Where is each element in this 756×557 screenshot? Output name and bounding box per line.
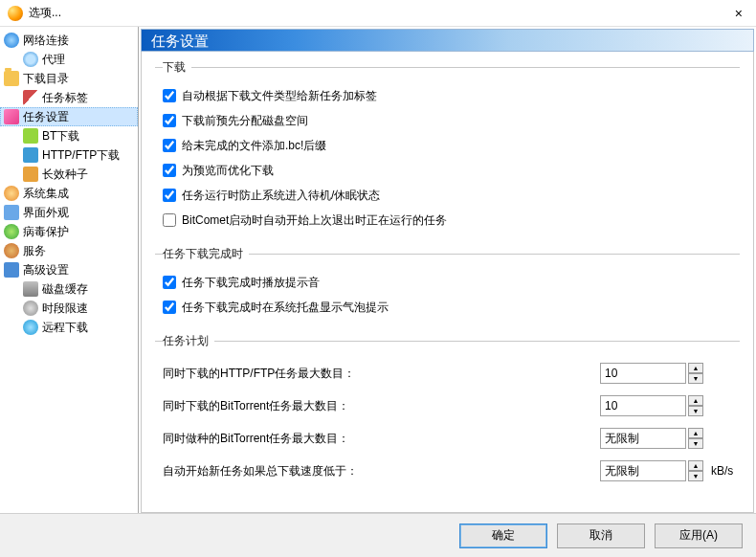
checkbox-sound[interactable] bbox=[163, 276, 176, 289]
check-preview[interactable]: 为预览而优化下载 bbox=[163, 158, 740, 183]
seed-icon bbox=[23, 167, 38, 182]
check-prealloc[interactable]: 下载前预先分配磁盘空间 bbox=[163, 108, 740, 133]
spin-up-max_seed[interactable]: ▲ bbox=[688, 428, 703, 438]
check-nosleep[interactable]: 任务运行时防止系统进入待机/休眠状态 bbox=[163, 183, 740, 208]
task-icon bbox=[4, 109, 19, 124]
sidebar-item-tag[interactable]: 任务标签 bbox=[0, 88, 138, 107]
checkbox-preview[interactable] bbox=[163, 164, 176, 177]
dldir-icon bbox=[4, 71, 19, 86]
panel-title: 任务设置 bbox=[141, 29, 754, 52]
bt-icon bbox=[23, 128, 38, 144]
spin-down-max_seed[interactable]: ▼ bbox=[688, 438, 703, 449]
check-bubble[interactable]: 任务下载完成时在系统托盘显示气泡提示 bbox=[163, 295, 740, 320]
dialog-footer: 确定 取消 应用(A) bbox=[0, 513, 756, 557]
check-label: 下载前预先分配磁盘空间 bbox=[182, 113, 308, 129]
group-schedule: 任务计划 同时下载的HTTP/FTP任务最大数目：▲▼同时下载的BitTorre… bbox=[155, 333, 740, 491]
apply-button[interactable]: 应用(A) bbox=[655, 524, 743, 548]
sidebar-item-label: 系统集成 bbox=[23, 186, 69, 202]
sidebar-item-task[interactable]: 任务设置 bbox=[0, 107, 138, 126]
group-complete: 任务下载完成时 任务下载完成时播放提示音任务下载完成时在系统托盘显示气泡提示 bbox=[155, 246, 740, 323]
sidebar-item-label: 服务 bbox=[23, 243, 46, 259]
sidebar-item-seed[interactable]: 长效种子 bbox=[0, 165, 138, 184]
field-label: 同时下载的BitTorrent任务最大数目： bbox=[163, 398, 600, 414]
group-download: 下载 自动根据下载文件类型给新任务加标签下载前预先分配磁盘空间给未完成的文件添加… bbox=[155, 59, 740, 236]
check-bcsuffix[interactable]: 给未完成的文件添加.bc!后缀 bbox=[163, 133, 740, 158]
cache-icon bbox=[23, 281, 38, 297]
sidebar-item-label: 代理 bbox=[42, 52, 65, 68]
sidebar-item-label: 界面外观 bbox=[23, 205, 69, 221]
check-label: BitComet启动时自动开始上次退出时正在运行的任务 bbox=[182, 212, 447, 229]
sidebar-item-ui[interactable]: 界面外观 bbox=[0, 203, 138, 222]
app-icon bbox=[8, 6, 23, 21]
sidebar-item-sched[interactable]: 时段限速 bbox=[0, 299, 138, 318]
check-label: 为预览而优化下载 bbox=[182, 163, 274, 179]
sidebar-item-svc[interactable]: 服务 bbox=[0, 241, 138, 260]
spin-down-max_http[interactable]: ▼ bbox=[688, 373, 703, 384]
check-label: 任务下载完成时在系统托盘显示气泡提示 bbox=[182, 300, 389, 316]
sidebar-item-label: 长效种子 bbox=[42, 167, 88, 183]
sidebar-item-label: 网络连接 bbox=[23, 33, 69, 49]
checkbox-resume[interactable] bbox=[163, 213, 176, 227]
input-max_bt[interactable] bbox=[600, 395, 686, 416]
sidebar-item-label: 时段限速 bbox=[42, 301, 88, 317]
input-max_http[interactable] bbox=[600, 363, 686, 384]
checkbox-prealloc[interactable] bbox=[163, 114, 176, 127]
close-button[interactable]: × bbox=[729, 6, 748, 21]
cancel-button[interactable]: 取消 bbox=[557, 524, 645, 548]
check-autotag[interactable]: 自动根据下载文件类型给新任务加标签 bbox=[163, 83, 740, 108]
sidebar-item-net[interactable]: 网络连接 bbox=[0, 31, 138, 50]
sidebar: 网络连接代理下载目录任务标签任务设置BT下载HTTP/FTP下载长效种子系统集成… bbox=[0, 27, 139, 513]
sidebar-item-remote[interactable]: 远程下载 bbox=[0, 318, 138, 337]
adv-icon bbox=[4, 262, 19, 278]
check-resume[interactable]: BitComet启动时自动开始上次退出时正在运行的任务 bbox=[163, 208, 740, 233]
sidebar-item-http[interactable]: HTTP/FTP下载 bbox=[0, 145, 138, 165]
field-label: 同时做种的BitTorrent任务最大数目： bbox=[163, 431, 600, 447]
svc-icon bbox=[4, 243, 19, 258]
spin-up-max_http[interactable]: ▲ bbox=[688, 363, 703, 373]
sidebar-item-label: 任务标签 bbox=[42, 90, 88, 106]
spin-down-autostart[interactable]: ▼ bbox=[688, 471, 703, 481]
sidebar-item-label: 病毒保护 bbox=[23, 224, 69, 240]
sched-icon bbox=[23, 301, 38, 316]
window-title: 选项... bbox=[29, 5, 729, 21]
sys-icon bbox=[4, 186, 19, 201]
input-autostart[interactable] bbox=[600, 460, 686, 481]
checkbox-autotag[interactable] bbox=[163, 89, 176, 102]
field-max_seed: 同时做种的BitTorrent任务最大数目：▲▼ bbox=[163, 422, 740, 455]
panel-body: 下载 自动根据下载文件类型给新任务加标签下载前预先分配磁盘空间给未完成的文件添加… bbox=[141, 52, 754, 513]
sidebar-item-dldir[interactable]: 下载目录 bbox=[0, 69, 138, 88]
check-label: 给未完成的文件添加.bc!后缀 bbox=[182, 138, 326, 154]
sidebar-item-label: HTTP/FTP下载 bbox=[42, 147, 120, 164]
remote-icon bbox=[23, 320, 38, 335]
spin-up-max_bt[interactable]: ▲ bbox=[688, 395, 703, 406]
check-label: 自动根据下载文件类型给新任务加标签 bbox=[182, 88, 377, 104]
title-bar: 选项... × bbox=[0, 0, 756, 27]
spin-down-max_bt[interactable]: ▼ bbox=[688, 406, 703, 416]
field-label: 自动开始新任务如果总下载速度低于： bbox=[163, 463, 600, 479]
spin-up-autostart[interactable]: ▲ bbox=[688, 460, 703, 471]
field-unit: kB/s bbox=[711, 464, 740, 478]
ui-icon bbox=[4, 205, 19, 220]
sidebar-item-sys[interactable]: 系统集成 bbox=[0, 184, 138, 203]
group-download-legend: 下载 bbox=[163, 59, 191, 76]
net-icon bbox=[4, 33, 19, 48]
sidebar-item-bt[interactable]: BT下载 bbox=[0, 126, 138, 145]
sidebar-item-label: 下载目录 bbox=[23, 71, 69, 87]
sidebar-item-proxy[interactable]: 代理 bbox=[0, 50, 138, 69]
sidebar-item-label: BT下载 bbox=[42, 128, 79, 145]
sidebar-item-adv[interactable]: 高级设置 bbox=[0, 260, 138, 279]
sidebar-item-av[interactable]: 病毒保护 bbox=[0, 222, 138, 241]
checkbox-bubble[interactable] bbox=[163, 301, 176, 314]
input-max_seed[interactable] bbox=[600, 428, 686, 449]
ok-button[interactable]: 确定 bbox=[459, 524, 547, 548]
checkbox-nosleep[interactable] bbox=[163, 189, 176, 202]
field-label: 同时下载的HTTP/FTP任务最大数目： bbox=[163, 366, 600, 382]
group-schedule-legend: 任务计划 bbox=[163, 333, 214, 349]
field-autostart: 自动开始新任务如果总下载速度低于：▲▼kB/s bbox=[163, 455, 740, 487]
tag-icon bbox=[23, 90, 38, 105]
sidebar-item-cache[interactable]: 磁盘缓存 bbox=[0, 279, 138, 299]
check-label: 任务运行时防止系统进入待机/休眠状态 bbox=[182, 188, 380, 204]
check-sound[interactable]: 任务下载完成时播放提示音 bbox=[163, 270, 740, 295]
checkbox-bcsuffix[interactable] bbox=[163, 139, 176, 152]
av-icon bbox=[4, 224, 19, 239]
